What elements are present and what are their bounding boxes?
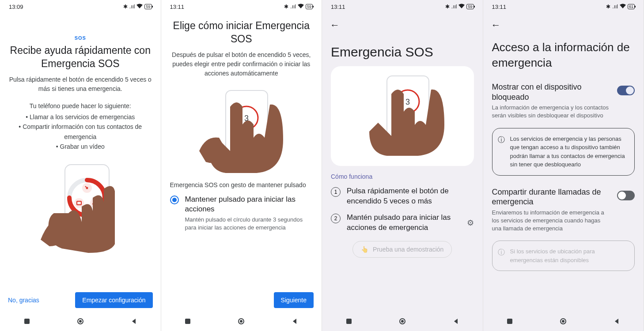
status-icons: ✱ .ııl 59: [445, 4, 474, 10]
nav-bar: [322, 313, 483, 331]
bluetooth-icon: ✱: [606, 4, 610, 10]
status-time: 13:11: [492, 4, 507, 10]
radio-description: Mantén pulsado el círculo durante 3 segu…: [185, 216, 313, 232]
step-text: Pulsa rápidamente el botón de encendido …: [347, 186, 474, 207]
nav-back-icon[interactable]: [291, 318, 298, 327]
sos-badge: SOS: [9, 35, 152, 41]
nav-home-icon[interactable]: [399, 318, 406, 327]
back-button[interactable]: ←: [322, 13, 483, 31]
step-number-icon: 1: [331, 187, 341, 197]
content: SOS Recibe ayuda rápidamente con Emergen…: [0, 13, 161, 287]
countdown-number: 3: [405, 98, 410, 106]
svg-rect-13: [185, 319, 190, 324]
content: Elige cómo iniciar Emergencia SOS Despué…: [161, 13, 322, 287]
how-it-works-label: Cómo funciona: [331, 173, 474, 180]
back-button[interactable]: ←: [483, 13, 644, 31]
page-title: Elige cómo iniciar Emergencia SOS: [170, 19, 313, 46]
info-note-locked: ⓘ Los servicios de emergencia y las pers…: [492, 128, 635, 176]
nav-back-icon[interactable]: [130, 318, 137, 327]
setting-title: Compartir durante llamadas de emergencia: [492, 187, 611, 207]
setting-description: La información de emergencia y los conta…: [492, 104, 611, 120]
setting-description: Enviaremos tu información de emergencia …: [492, 209, 611, 233]
nav-home-icon[interactable]: [77, 318, 84, 327]
demo-label: Prueba una demostración: [373, 246, 443, 253]
status-bar: 13:11 ✱ .ııl 59: [322, 0, 483, 13]
nav-recents-icon[interactable]: [23, 318, 30, 327]
svg-rect-20: [346, 319, 352, 324]
nav-bar: [161, 313, 322, 331]
status-time: 13:11: [331, 4, 345, 10]
content: Acceso a la información de emergencia Mo…: [483, 31, 644, 313]
wifi-icon: [136, 4, 143, 10]
screen-intro: 13:09 ✱ .ııl 59 SOS Recibe ayuda rápidam…: [0, 0, 161, 331]
feature-bullets: • Llamar a los servicios de emergencias …: [9, 112, 152, 152]
bullet-record: • Grabar un vídeo: [9, 142, 152, 151]
touch-icon: 👆: [361, 246, 368, 253]
bullet-call: • Llamar a los servicios de emergencias: [9, 112, 152, 122]
nav-recents-icon[interactable]: [506, 318, 513, 327]
bluetooth-icon: ✱: [445, 4, 450, 10]
no-thanks-button[interactable]: No, gracias: [8, 297, 39, 304]
svg-rect-23: [507, 319, 512, 324]
svg-point-8: [79, 320, 82, 323]
nav-bar: [0, 313, 161, 331]
battery-icon: 59: [306, 4, 313, 9]
status-bar: 13:11 ✱ .ııl 59: [161, 0, 322, 13]
nav-bar: [483, 313, 644, 331]
signal-icon: .ııl: [612, 4, 618, 10]
illustration-card: 3: [331, 66, 474, 166]
info-icon: ⓘ: [498, 135, 505, 145]
status-icons: ✱ .ııl 59: [123, 4, 152, 10]
nav-back-icon[interactable]: [452, 318, 459, 327]
radio-title: Mantener pulsado para iniciar las accion…: [185, 195, 313, 214]
nav-home-icon[interactable]: [560, 318, 567, 327]
radio-hold-to-start[interactable]: Mantener pulsado para iniciar las accion…: [170, 195, 313, 232]
gesture-section-label: Emergencia SOS con gesto de mantener pul…: [170, 181, 313, 188]
subtitle: Pulsa rápidamente el botón de encendido …: [9, 75, 152, 94]
nav-recents-icon[interactable]: [184, 318, 191, 327]
countdown-illustration: 3: [170, 87, 313, 175]
signal-icon: .ııl: [451, 4, 457, 10]
svg-point-15: [240, 320, 242, 323]
page-title: Acceso a la información de emergencia: [492, 40, 635, 71]
setting-share-during-call[interactable]: Compartir durante llamadas de emergencia…: [492, 187, 635, 233]
bottom-actions: Siguiente: [161, 287, 322, 313]
screen-sos-overview: 13:11 ✱ .ııl 59 ← Emergencia SOS 3 Cómo …: [322, 0, 483, 331]
screen-emergency-access: 13:11 ✱ .ııl 61 ← Acceso a la informació…: [483, 0, 644, 331]
status-time: 13:11: [170, 4, 185, 10]
radio-button-icon: [170, 196, 179, 204]
status-time: 13:09: [9, 4, 23, 10]
battery-icon: 59: [466, 4, 474, 9]
setting-title: Mostrar con el dispositivo bloqueado: [492, 82, 611, 102]
gear-icon[interactable]: ⚙: [467, 218, 474, 228]
svg-point-25: [562, 320, 564, 323]
toggle-switch[interactable]: [617, 191, 635, 200]
nav-home-icon[interactable]: [238, 318, 245, 327]
page-title: Emergencia SOS: [331, 44, 474, 60]
bluetooth-icon: ✱: [284, 4, 288, 10]
info-text: Si los servicios de ubicación para emerg…: [510, 248, 595, 263]
nav-recents-icon[interactable]: [345, 318, 352, 327]
features-intro: Tu teléfono puede hacer lo siguiente:: [9, 102, 152, 109]
status-bar: 13:11 ✱ .ııl 61: [483, 0, 644, 13]
setting-show-when-locked[interactable]: Mostrar con el dispositivo bloqueado La …: [492, 82, 635, 120]
try-demo-button[interactable]: 👆 Prueba una demostración: [352, 241, 452, 258]
step-2[interactable]: 2 Mantén pulsado para iniciar las accion…: [331, 213, 474, 233]
page-title: Recibe ayuda rápidamente con Emergencia …: [9, 44, 152, 71]
status-bar: 13:09 ✱ .ııl 59: [0, 0, 161, 13]
subtitle: Después de pulsar el botón de encendido …: [170, 50, 313, 78]
svg-point-22: [401, 320, 404, 323]
step-1: 1 Pulsa rápidamente el botón de encendid…: [331, 186, 474, 207]
signal-icon: .ııl: [290, 4, 296, 10]
nav-back-icon[interactable]: [613, 318, 620, 327]
toggle-switch[interactable]: [617, 86, 635, 95]
wifi-icon: [298, 4, 304, 10]
step-text: Mantén pulsado para iniciar las acciones…: [347, 213, 461, 233]
hero-illustration: [9, 160, 152, 253]
content: Emergencia SOS 3 Cómo funciona 1 Pulsa r…: [322, 31, 483, 313]
start-setup-button[interactable]: Empezar configuración: [75, 292, 152, 308]
wifi-icon: [458, 4, 465, 10]
status-icons: ✱ .ııl 61: [606, 4, 635, 10]
info-icon: ⓘ: [498, 247, 505, 258]
next-button[interactable]: Siguiente: [274, 292, 314, 308]
